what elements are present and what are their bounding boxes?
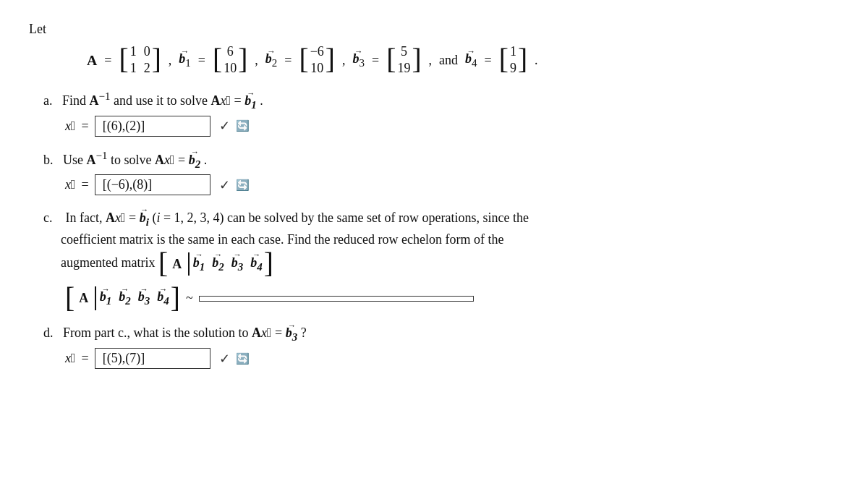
cell-A-22: 2: [144, 61, 150, 76]
part-a-refresh-icon[interactable]: 🔄: [236, 119, 250, 132]
part-a-xvec: x⃗: [220, 93, 231, 108]
let-label: Let: [29, 22, 839, 37]
aug-ans-b1: b1→: [100, 289, 112, 307]
part-c-letter: c.: [43, 210, 53, 225]
aug-ans-b3: b3→: [138, 289, 150, 307]
part-a-period: .: [260, 93, 263, 108]
part-a-answer-row: x⃗ = [(6),(2)] ✓ 🔄: [65, 116, 839, 137]
part-a-A: A: [90, 93, 99, 108]
matrix-b3: [ 5 19 ]: [386, 44, 421, 76]
aug-A-label: A: [172, 255, 182, 274]
aug-b1: b1→: [193, 253, 205, 275]
aug-ans-vecs: b1→ b2→ b3→ b4→: [100, 289, 169, 307]
part-b-b2-ref: b2→: [189, 153, 201, 171]
part-c: c. In fact, Ax⃗ = bi→ (i = 1, 2, 3, 4) c…: [43, 208, 839, 312]
cell-A-21: 1: [130, 61, 137, 76]
cell-b2-1: −6: [310, 44, 324, 59]
cell-b4-2: 9: [510, 61, 516, 76]
part-b-period: .: [204, 153, 208, 167]
comma-1: ,: [169, 53, 172, 68]
part-d-text1: From part c., what is the solution to: [63, 325, 252, 340]
matrix-b4: [ 1 9 ]: [499, 44, 527, 76]
cell-b4-1: 1: [510, 44, 516, 59]
matrix-A-label: A: [87, 52, 97, 69]
part-a-Ax: A: [210, 93, 220, 108]
part-c-eq: =: [129, 210, 140, 225]
bracket-right-b2: ]: [326, 46, 335, 74]
dot-end: .: [535, 53, 538, 68]
part-d-A: A: [252, 325, 261, 340]
aug-ans-bracket-left: [: [65, 284, 75, 313]
bracket-right-A: ]: [152, 46, 161, 74]
aug-ans-bracket-right: ]: [171, 284, 180, 313]
bracket-left-b1: [: [213, 46, 222, 74]
part-a-b1-ref: b1→: [244, 93, 257, 111]
cell-b2-2: 10: [310, 61, 323, 76]
vec-b3-label: b3 →: [353, 51, 365, 69]
part-d-refresh-icon[interactable]: 🔄: [236, 352, 250, 365]
bracket-right-b3: ]: [412, 46, 421, 74]
aug-b4: b4→: [250, 253, 263, 275]
part-c-A: A: [106, 210, 115, 225]
aug-divider: [188, 252, 190, 276]
bracket-right-b4: ]: [518, 46, 527, 74]
part-a-answer-box[interactable]: [(6),(2)]: [95, 116, 210, 137]
part-b-inv-sup: −1: [96, 150, 108, 161]
matrix-b2-cells: −6 10: [310, 44, 324, 76]
part-d: d. From part c., what is the solution to…: [43, 325, 839, 369]
part-b-refresh-icon[interactable]: 🔄: [236, 179, 250, 192]
part-b-check: ✓: [219, 177, 230, 193]
vec-b4-label: b4 →: [465, 51, 477, 69]
part-c-aug-ans-label: [ A b1→ b2→ b3→ b4→ ]: [65, 284, 180, 313]
aug-matrix-display: [ A b1→ b2→ b3→ b4→ ]: [158, 250, 273, 278]
bracket-left-b3: [: [386, 46, 396, 74]
bracket-left-A: [: [119, 46, 128, 74]
part-a-check: ✓: [219, 118, 230, 134]
part-c-bi: bi→: [140, 208, 149, 230]
aug-b3: b3→: [231, 253, 244, 275]
part-a-inv-sup: −1: [99, 90, 111, 102]
part-c-xvec: x⃗: [115, 210, 126, 225]
part-b: b. Use A−1 to solve Ax⃗ = b2→ . x⃗ = [(−…: [43, 150, 839, 196]
cell-b3-1: 5: [401, 44, 407, 59]
part-b-ans-eq: =: [82, 177, 89, 192]
part-b-xvec: x⃗: [164, 153, 175, 167]
aug-vec-labels: b1→ b2→ b3→ b4→: [193, 253, 263, 275]
cell-b1-1: 6: [227, 44, 234, 59]
cell-b1-2: 10: [224, 61, 237, 76]
part-b-answer-row: x⃗ = [(−6),(8)] ✓ 🔄: [65, 174, 839, 195]
aug-bracket-right: ]: [264, 250, 273, 278]
part-b-eq: =: [178, 153, 189, 167]
part-a: a. Find A−1 and use it to solve Ax⃗ = b1…: [43, 90, 839, 137]
equals-b2: =: [284, 53, 292, 68]
equals-b4: =: [485, 53, 492, 68]
part-c-line2: coefficient matrix is the same in each c…: [61, 232, 503, 247]
part-b-answer-box[interactable]: [(−6),(8)]: [95, 174, 210, 195]
part-b-text: Use: [63, 153, 87, 167]
cell-A-12: 0: [144, 44, 150, 59]
part-d-answer-box[interactable]: [(5),(7)]: [95, 348, 210, 369]
aug-bracket-left: [: [158, 250, 168, 278]
comma-3: ,: [342, 53, 346, 68]
part-d-check: ✓: [219, 351, 230, 367]
vec-b2-label: b2 →: [265, 51, 278, 69]
tilde-symbol: ~: [186, 291, 193, 306]
part-c-answer-box[interactable]: [199, 296, 474, 302]
part-d-eq: =: [275, 325, 286, 340]
matrix-b4-cells: 1 9: [510, 44, 516, 76]
bracket-left-b2: [: [299, 46, 309, 74]
aug-b2: b2→: [212, 253, 224, 275]
part-c-text: c. In fact, Ax⃗ = bi→ (i = 1, 2, 3, 4) c…: [43, 208, 803, 278]
vec-b1-label: b1 →: [179, 51, 191, 69]
matrix-A: [ 1 0 1 2 ]: [119, 44, 161, 76]
part-c-i-range: (i = 1, 2, 3, 4) can be solved by the sa…: [152, 210, 529, 225]
part-a-eq: =: [234, 93, 245, 108]
aug-ans-A: A: [79, 291, 88, 306]
part-b-xvec-ans: x⃗: [65, 177, 76, 192]
aug-ans-b2: b2→: [119, 289, 131, 307]
aug-ans-b4: b4→: [157, 289, 169, 307]
bracket-right-b1: ]: [238, 46, 247, 74]
main-equation: A = [ 1 0 1 2 ] , b1 → = [ 6 10 ] , b2 →…: [87, 44, 839, 76]
part-b-letter: b.: [43, 153, 54, 167]
comma-4: ,: [429, 53, 433, 68]
